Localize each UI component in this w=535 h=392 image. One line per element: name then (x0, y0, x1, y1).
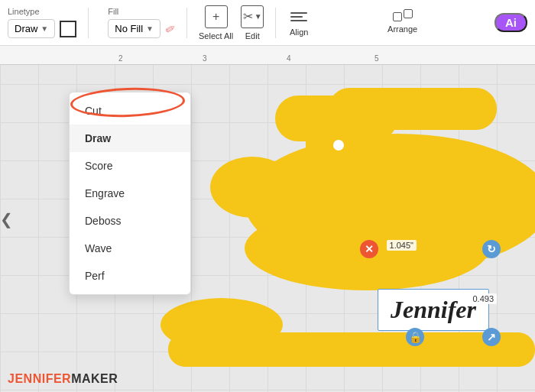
align-action[interactable]: Align (287, 9, 310, 37)
left-nav-arrow[interactable]: ❮ (0, 210, 13, 228)
shape-small-ellipse (210, 157, 294, 218)
align-line-3 (290, 20, 307, 21)
align-label: Align (290, 28, 308, 37)
linetype-dropdown[interactable]: Draw ▼ (8, 19, 55, 38)
measurement-width: 1.045" (387, 240, 417, 251)
ruler-mark-3: 3 (203, 54, 207, 63)
select-all-action[interactable]: + Select All (199, 5, 233, 40)
ruler-mark-5: 5 (374, 54, 379, 63)
dropdown-item-score[interactable]: Score (70, 152, 190, 180)
shape-top-rect-2 (329, 88, 497, 130)
dropdown-item-draw[interactable]: Draw (70, 125, 190, 152)
handle-resize[interactable]: ↗ (482, 328, 501, 346)
shape-left-ellipse (160, 298, 283, 352)
select-all-label: Select All (199, 31, 233, 40)
brand-jennifer: JENNIFER (8, 372, 71, 385)
align-icon (287, 9, 310, 24)
fill-label: Fill (108, 7, 175, 16)
select-all-icon: + (205, 5, 228, 28)
canvas-area: 2 3 4 5 ❮ Jennifer (0, 46, 535, 392)
dropdown-item-perf[interactable]: Perf (70, 262, 190, 290)
arrange-square-2 (404, 9, 413, 18)
ruler-top: 2 3 4 5 (0, 46, 535, 65)
arrange-square-1 (393, 12, 402, 21)
ai-section: Ai (494, 13, 527, 32)
scissors-icon: ✂ (243, 9, 253, 24)
shape-tag-hole (332, 139, 345, 151)
dropdown-item-wave[interactable]: Wave (70, 235, 190, 262)
align-line-1 (290, 12, 307, 14)
handle-delete[interactable]: ✕ (360, 240, 378, 258)
measurement-height: 0.493 (469, 293, 497, 304)
ruler-mark-2: 2 (118, 54, 123, 63)
brand-logo: JENNIFERMAKER (8, 372, 118, 386)
handle-lock[interactable]: 🔒 (406, 328, 424, 346)
toolbar-divider-3 (275, 8, 276, 38)
ruler-mark-4: 4 (287, 54, 291, 63)
handle-rotate[interactable]: ↻ (482, 240, 501, 258)
arrange-action[interactable]: Arrange (387, 12, 417, 34)
toolbar: Linetype Draw ▼ Fill No Fill ▼ ✏ + Selec… (0, 0, 535, 46)
dropdown-item-deboss[interactable]: Deboss (70, 207, 190, 235)
fill-controls: No Fill ▼ ✏ (108, 19, 175, 38)
brand-maker: MAKER (71, 372, 118, 385)
edit-arrow-icon: ▼ (255, 12, 262, 21)
fill-section: Fill No Fill ▼ ✏ (108, 7, 175, 38)
toolbar-divider-2 (186, 8, 187, 38)
dropdown-arrow-icon: ▼ (41, 24, 48, 33)
edit-icon: ✂ ▼ (241, 5, 264, 28)
edit-label: Edit (245, 31, 260, 40)
shape-tag (306, 126, 390, 180)
fill-pencil-icon: ✏ (162, 20, 178, 37)
ai-button[interactable]: Ai (494, 13, 527, 32)
linetype-controls: Draw ▼ (8, 19, 76, 38)
linetype-square-icon (60, 21, 76, 37)
linetype-dropdown-menu: Cut Draw Score Engrave Deboss Wave Perf (69, 92, 191, 295)
linetype-value: Draw (15, 23, 37, 34)
align-line-2 (290, 16, 303, 18)
dropdown-item-engrave[interactable]: Engrave (70, 180, 190, 207)
jennifer-text: Jennifer (391, 296, 476, 323)
toolbar-divider-1 (88, 8, 89, 38)
edit-action[interactable]: ✂ ▼ Edit (241, 5, 264, 40)
linetype-section: Linetype Draw ▼ (8, 7, 76, 38)
dropdown-item-cut[interactable]: Cut (70, 97, 190, 125)
fill-dropdown-arrow-icon: ▼ (146, 24, 154, 33)
arrange-label: Arrange (387, 24, 417, 34)
fill-dropdown[interactable]: No Fill ▼ (108, 19, 160, 38)
linetype-label: Linetype (8, 7, 76, 16)
fill-value: No Fill (115, 23, 143, 34)
arrange-icon (393, 12, 413, 21)
